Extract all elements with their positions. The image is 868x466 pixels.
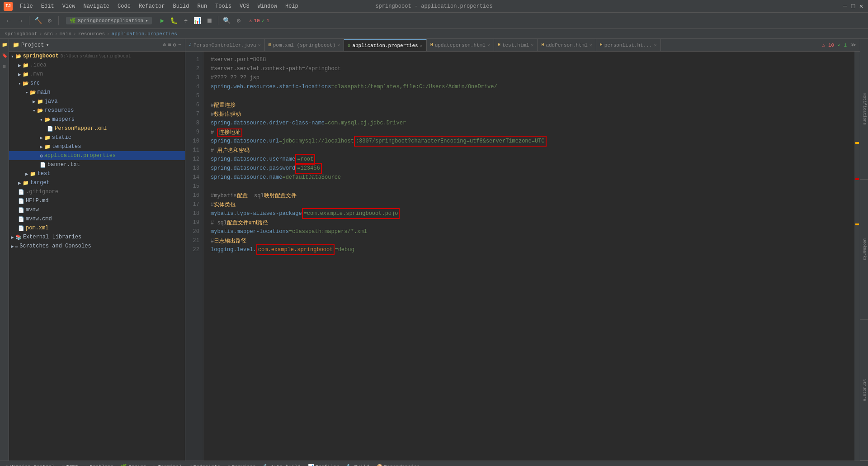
coverage-button[interactable]: ☂ [181,16,191,26]
tab-addPerson[interactable]: H addPerson.html ✕ [538,39,596,52]
tree-item-idea[interactable]: ▶ 📁 .idea [9,61,185,70]
menu-vcs[interactable]: VCS [236,2,253,10]
version-control-tool[interactable]: ⬆ Version Control [2,463,58,466]
tree-item-helpmd[interactable]: 📄 HELP.md [9,196,185,205]
close-button[interactable]: ✕ [858,3,864,10]
code-editor[interactable]: #server.port=8088 #server.servlet.contex… [203,52,854,461]
tree-item-resources[interactable]: ▾ 📂 resources [9,106,185,115]
breadcrumb-springbooot[interactable]: springbooot [5,31,38,37]
folder-icon: 📁 [23,62,29,68]
menu-build[interactable]: Build [169,2,193,10]
tree-item-application-properties[interactable]: ⚙ application.properties [9,151,185,160]
code-line-5 [211,91,847,100]
tree-item-pomxml[interactable]: 📄 pom.xml [9,223,185,233]
collapse-all-button[interactable]: ≡ [168,42,171,48]
folder-icon: 📂 [23,81,29,86]
build-project-button[interactable]: 🔨 [33,16,43,26]
expand-icon: ▾ [18,81,21,86]
build-label: Build [354,464,369,466]
breadcrumb-main[interactable]: main [60,31,71,37]
tree-item-java[interactable]: ▶ 📁 java [9,97,185,106]
tree-item-static[interactable]: ▶ 📁 static [9,133,185,142]
build-all-button[interactable]: ⚙ [45,16,55,26]
tab-personlist[interactable]: H personlist.ht... ✕ [596,39,661,52]
tree-item-mappers[interactable]: ▾ 📂 mappers [9,115,185,124]
bookmarks-panel-toggle[interactable]: Bookmarks [860,180,868,320]
tree-item-mvnwcmd[interactable]: 📄 mvnw.cmd [9,214,185,223]
tree-item-test[interactable]: ▶ 📁 test [9,169,185,178]
tree-item-banner[interactable]: 📄 banner.txt [9,160,185,169]
search-everywhere-button[interactable]: 🔍 [222,16,232,26]
forward-button[interactable]: → [15,16,25,26]
profile-button[interactable]: 📊 [193,16,203,26]
tree-item-mvnw[interactable]: 📄 mvnw [9,205,185,214]
settings-button[interactable]: ⚙ [234,16,244,26]
endpoints-tool[interactable]: ⚡ Endpoints [185,463,224,466]
menu-edit[interactable]: Edit [38,2,58,10]
toolbar-separator-1 [29,16,29,25]
tab-application-properties[interactable]: ⚙ application.properties ✕ [344,39,426,52]
menu-refactor[interactable]: Refactor [135,2,169,10]
spring-tool[interactable]: 🌿 Spring [117,463,150,466]
menu-run[interactable]: Run [193,2,211,10]
tab-close-button[interactable]: ✕ [531,43,533,48]
run-configuration[interactable]: 🌿 SpringboootApplication ▾ [66,17,152,24]
tree-item-PersonMapper[interactable]: 📄 PersonMapper.xml [9,124,185,133]
tree-item-scratches[interactable]: ▶ ✏ Scratches and Consoles [9,242,185,251]
structure-icon[interactable]: ⊞ [1,63,8,70]
notifications-panel-toggle[interactable]: Notifications [860,39,868,180]
menu-file[interactable]: File [16,2,37,10]
tree-item-external-libs[interactable]: ▶ 📚 External Libraries [9,233,185,242]
tab-close-button[interactable]: ✕ [654,43,656,48]
tab-close-button[interactable]: ✕ [420,43,423,48]
tree-item-springbooot[interactable]: ▾ 📂 springbooot D:\Users\Admin\springboo… [9,52,185,61]
build-tool[interactable]: 🔧 Build [343,463,373,466]
tree-item-target[interactable]: ▶ 📁 target [9,178,185,187]
minimize-button[interactable]: ─ [842,3,848,10]
tab-PersonController[interactable]: J PersonController.java ✕ [185,39,265,52]
code-text: # 连接地址 [211,128,242,137]
menu-window[interactable]: Window [254,2,281,10]
problems-tool[interactable]: ⚠ Problems [82,463,117,466]
bookmark-icon[interactable]: 🔖 [1,52,8,59]
tab-updateperson[interactable]: H updateperson.html ✕ [427,39,494,52]
breadcrumb-current[interactable]: application.properties [112,31,177,37]
tree-options-button[interactable]: ⚙ [173,42,176,48]
tree-item-src[interactable]: ▾ 📂 src [9,79,185,88]
todo-tool[interactable]: ☑ TODO [58,463,82,466]
locate-file-button[interactable]: ⊕ [163,42,166,48]
menu-view[interactable]: View [59,2,79,10]
todo-label: TODO [66,464,78,466]
tab-test[interactable]: H test.html ✕ [494,39,538,52]
tab-pom[interactable]: m pom.xml (springbooot) ✕ [265,39,344,52]
back-button[interactable]: ← [4,16,14,26]
tab-close-button[interactable]: ✕ [337,43,340,48]
stop-button[interactable]: ⏹ [204,16,214,26]
menu-navigate[interactable]: Navigate [80,2,113,10]
breadcrumb-resources[interactable]: resources [78,31,105,37]
menu-help[interactable]: Help [282,2,302,10]
structure-panel-toggle[interactable]: Structure [860,320,868,461]
menu-code[interactable]: Code [114,2,134,10]
auto-build-tool[interactable]: 🔨 Auto-build [259,463,304,466]
profiler-tool[interactable]: 📊 Profiler [304,463,343,466]
services-tool[interactable]: ⚙ Services [224,463,259,466]
tab-close-button[interactable]: ✕ [258,43,261,48]
run-button[interactable]: ▶ [157,16,167,26]
errors-badge: ⚠ 10 ✓ 1 [249,18,269,24]
menu-tools[interactable]: Tools [212,2,235,10]
debug-button[interactable]: 🐛 [169,16,179,26]
breadcrumb-src[interactable]: src [44,31,53,37]
dependencies-tool[interactable]: 📦 Dependencies [373,463,424,466]
tree-item-gitignore[interactable]: 📄 .gitignore [9,187,185,196]
tree-item-mvn[interactable]: ▶ 📁 .mvn [9,70,185,79]
tab-close-button[interactable]: ✕ [590,43,592,48]
maximize-button[interactable]: □ [850,3,856,10]
close-tree-button[interactable]: − [178,42,181,48]
project-icon[interactable]: 📁 [1,41,8,48]
tree-item-main[interactable]: ▾ 📂 main [9,88,185,97]
tab-close-button[interactable]: ✕ [487,43,490,48]
terminal-tool[interactable]: ▶ Terminal [150,463,185,466]
tree-item-templates[interactable]: ▶ 📁 templates [9,142,185,151]
expand-tabs-button[interactable]: ≫ [850,42,856,48]
